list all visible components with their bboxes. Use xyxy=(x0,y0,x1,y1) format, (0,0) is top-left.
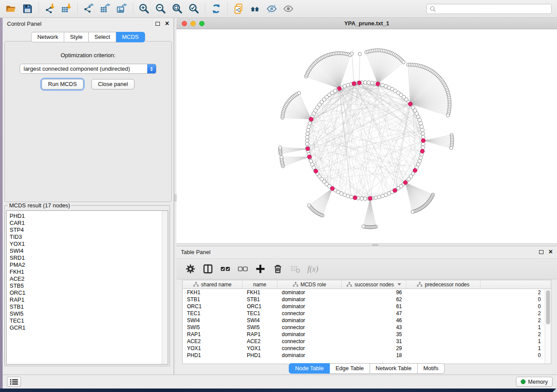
leaf-node[interactable] xyxy=(279,146,282,149)
ring-node[interactable] xyxy=(420,125,423,128)
mcds-hub-node[interactable] xyxy=(306,147,310,151)
tab-select[interactable]: Select xyxy=(89,32,116,42)
cell-shared-name[interactable]: SWI5 xyxy=(183,324,242,331)
ring-node[interactable] xyxy=(305,135,309,139)
ring-node[interactable] xyxy=(306,132,309,135)
leaf-node[interactable] xyxy=(402,61,405,64)
mcds-hub-node[interactable] xyxy=(420,149,424,153)
mcds-result-item[interactable]: SWI5 xyxy=(10,310,168,317)
tab-motifs[interactable]: Motifs xyxy=(418,363,445,374)
ring-node[interactable] xyxy=(307,125,311,128)
ring-node[interactable] xyxy=(377,195,381,199)
leaf-node[interactable] xyxy=(350,52,354,55)
column-header-successor-nodes[interactable]: successor nodes xyxy=(342,280,406,289)
column-header-name[interactable]: name xyxy=(242,280,277,289)
cell-shared-name[interactable]: TEC1 xyxy=(183,310,242,317)
tab-edge-table[interactable]: Edge Table xyxy=(330,363,370,374)
cell-shared-name[interactable]: ORC1 xyxy=(183,303,242,310)
mcds-hub-node[interactable] xyxy=(368,196,372,200)
mcds-hub-node[interactable] xyxy=(309,117,313,121)
table-row[interactable]: ACE2ACE2connector311 xyxy=(183,338,551,345)
mcds-result-item[interactable]: STP4 xyxy=(10,227,168,234)
cell-successor-nodes[interactable]: 29 xyxy=(342,345,406,352)
cell-MCDS-role[interactable]: connector xyxy=(277,310,342,317)
export-network-button[interactable] xyxy=(80,1,97,16)
cell-successor-nodes[interactable]: 18 xyxy=(342,352,406,359)
close-panel-button[interactable]: Close panel xyxy=(91,79,135,89)
cell-predecessor-nodes[interactable]: 1 xyxy=(406,345,545,352)
table-row[interactable]: RAP1RAP1dominator352 xyxy=(183,331,551,338)
first-neighbors-button[interactable] xyxy=(247,1,263,16)
cell-predecessor-nodes[interactable]: 1 xyxy=(406,338,545,345)
mcds-hub-node[interactable] xyxy=(353,196,357,199)
tab-style[interactable]: Style xyxy=(64,32,89,42)
mcds-result-item[interactable]: TID3 xyxy=(10,234,168,241)
mcds-list-scrollbar[interactable] xyxy=(162,211,168,364)
select-all-button[interactable] xyxy=(217,261,234,277)
mcds-result-item[interactable]: PHD1 xyxy=(10,213,168,220)
cell-predecessor-nodes[interactable]: 0 xyxy=(406,296,545,303)
ring-node[interactable] xyxy=(421,146,425,149)
delete-column-button[interactable] xyxy=(269,261,287,277)
ring-node[interactable] xyxy=(367,81,370,84)
scrollbar-thumb[interactable] xyxy=(546,290,550,324)
float-window-icon[interactable] xyxy=(156,22,160,26)
import-network-button[interactable] xyxy=(42,1,58,16)
leaf-node[interactable] xyxy=(362,225,365,228)
cell-MCDS-role[interactable]: connector xyxy=(277,345,342,352)
ring-node[interactable] xyxy=(374,196,377,199)
mcds-hub-node[interactable] xyxy=(330,186,334,190)
memory-button[interactable]: Memory xyxy=(516,377,553,387)
cell-MCDS-role[interactable]: connector xyxy=(277,324,342,331)
cell-name[interactable]: ORC1 xyxy=(242,303,277,310)
cell-predecessor-nodes[interactable]: 2 xyxy=(406,317,545,324)
run-mcds-button[interactable]: Run MCDS xyxy=(42,79,83,89)
cell-successor-nodes[interactable]: 46 xyxy=(342,317,406,324)
cell-name[interactable]: PHD1 xyxy=(242,352,277,359)
cell-predecessor-nodes[interactable]: 2 xyxy=(406,289,545,296)
table-scrollbar[interactable] xyxy=(545,289,551,364)
open-folder-button[interactable] xyxy=(3,1,19,16)
mcds-result-item[interactable]: PMA2 xyxy=(10,261,168,268)
mcds-result-item[interactable]: ORC1 xyxy=(10,289,168,296)
ring-node[interactable] xyxy=(381,194,384,198)
horizontal-splitter[interactable] xyxy=(176,243,557,246)
export-table-button[interactable] xyxy=(97,1,114,16)
close-panel-icon[interactable]: × xyxy=(549,249,553,254)
zoom-out-button[interactable] xyxy=(152,1,169,16)
cell-MCDS-role[interactable]: dominator xyxy=(277,289,342,296)
cell-MCDS-role[interactable]: dominator xyxy=(277,296,342,303)
cell-MCDS-role[interactable]: dominator xyxy=(277,317,342,324)
cell-successor-nodes[interactable]: 62 xyxy=(342,296,406,303)
cell-name[interactable]: TEC1 xyxy=(242,310,277,317)
ring-node[interactable] xyxy=(305,142,309,146)
table-row[interactable]: FKH1FKH1dominator962 xyxy=(183,289,551,296)
leaf-node[interactable] xyxy=(358,52,362,56)
zoom-in-button[interactable] xyxy=(136,1,152,16)
cell-name[interactable]: STB1 xyxy=(242,296,277,303)
ring-node[interactable] xyxy=(421,132,425,135)
cell-successor-nodes[interactable]: 61 xyxy=(342,303,406,310)
close-panel-icon[interactable]: × xyxy=(165,21,169,26)
cell-successor-nodes[interactable]: 43 xyxy=(342,324,406,331)
cell-successor-nodes[interactable]: 96 xyxy=(342,289,406,296)
leaf-node[interactable] xyxy=(411,210,415,213)
import-table-button[interactable] xyxy=(58,1,75,16)
mcds-hub-node[interactable] xyxy=(357,81,361,85)
ring-node[interactable] xyxy=(363,81,367,84)
cell-MCDS-role[interactable]: dominator xyxy=(277,331,342,338)
network-view-canvas[interactable] xyxy=(176,29,557,243)
cell-predecessor-nodes[interactable]: 2 xyxy=(406,331,545,338)
save-button[interactable] xyxy=(19,1,36,16)
table-row[interactable]: SWI5SWI5connector431 xyxy=(183,324,551,331)
table-row[interactable]: TEC1TEC1connector472 xyxy=(183,310,551,317)
mcds-result-list[interactable]: PHD1CAR1STP4TID3YOX1SWI4SRD1PMA2FKH1ACE2… xyxy=(6,210,168,364)
cell-shared-name[interactable]: YOX1 xyxy=(183,345,242,352)
ring-node[interactable] xyxy=(360,197,363,200)
export-image-button[interactable] xyxy=(114,1,130,16)
show-columns-button[interactable] xyxy=(199,261,217,277)
cell-shared-name[interactable]: SWI4 xyxy=(183,317,242,324)
mcds-hub-node[interactable] xyxy=(376,82,380,86)
cell-successor-nodes[interactable]: 31 xyxy=(342,338,406,345)
mcds-hub-node[interactable] xyxy=(403,181,407,185)
